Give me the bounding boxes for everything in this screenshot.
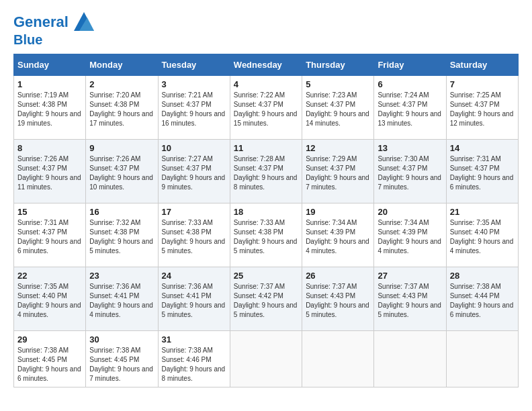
calendar-cell: 10 Sunrise: 7:27 AM Sunset: 4:37 PM Dayl… xyxy=(158,140,230,203)
calendar-cell: 9 Sunrise: 7:26 AM Sunset: 4:37 PM Dayli… xyxy=(86,140,158,203)
logo-text: General xyxy=(13,13,94,32)
day-number: 10 xyxy=(162,143,226,153)
day-number: 13 xyxy=(378,143,442,153)
calendar-cell: 27 Sunrise: 7:37 AM Sunset: 4:43 PM Dayl… xyxy=(374,267,446,331)
calendar-cell xyxy=(446,331,518,387)
day-number: 4 xyxy=(234,79,298,89)
day-number: 17 xyxy=(162,207,226,217)
calendar-cell xyxy=(230,331,302,387)
calendar-cell: 30 Sunrise: 7:38 AM Sunset: 4:45 PM Dayl… xyxy=(86,331,158,387)
calendar-cell: 28 Sunrise: 7:38 AM Sunset: 4:44 PM Dayl… xyxy=(446,267,518,331)
day-number: 21 xyxy=(450,207,515,217)
day-number: 7 xyxy=(450,79,515,89)
day-info: Sunrise: 7:33 AM Sunset: 4:38 PM Dayligh… xyxy=(234,218,298,256)
day-info: Sunrise: 7:21 AM Sunset: 4:37 PM Dayligh… xyxy=(162,91,226,128)
day-number: 1 xyxy=(17,79,82,89)
day-number: 22 xyxy=(17,271,82,281)
day-info: Sunrise: 7:36 AM Sunset: 4:41 PM Dayligh… xyxy=(162,282,226,320)
day-info: Sunrise: 7:38 AM Sunset: 4:45 PM Dayligh… xyxy=(17,346,82,383)
calendar-week-4: 22 Sunrise: 7:35 AM Sunset: 4:40 PM Dayl… xyxy=(14,267,519,331)
day-info: Sunrise: 7:31 AM Sunset: 4:37 PM Dayligh… xyxy=(450,154,515,192)
calendar-cell: 31 Sunrise: 7:38 AM Sunset: 4:46 PM Dayl… xyxy=(158,331,230,387)
day-number: 30 xyxy=(89,334,154,345)
day-info: Sunrise: 7:36 AM Sunset: 4:41 PM Dayligh… xyxy=(89,282,154,320)
day-number: 18 xyxy=(234,207,298,217)
day-number: 28 xyxy=(450,271,515,281)
col-header-thursday: Thursday xyxy=(302,54,374,76)
calendar-cell: 21 Sunrise: 7:35 AM Sunset: 4:40 PM Dayl… xyxy=(446,203,518,267)
day-info: Sunrise: 7:37 AM Sunset: 4:43 PM Dayligh… xyxy=(378,282,442,320)
day-info: Sunrise: 7:26 AM Sunset: 4:37 PM Dayligh… xyxy=(89,154,154,192)
day-info: Sunrise: 7:22 AM Sunset: 4:37 PM Dayligh… xyxy=(234,91,298,128)
calendar-cell: 26 Sunrise: 7:37 AM Sunset: 4:43 PM Dayl… xyxy=(302,267,374,331)
calendar-cell: 15 Sunrise: 7:31 AM Sunset: 4:37 PM Dayl… xyxy=(14,203,86,267)
day-info: Sunrise: 7:35 AM Sunset: 4:40 PM Dayligh… xyxy=(450,218,515,256)
calendar-cell xyxy=(374,331,446,387)
day-number: 20 xyxy=(378,207,442,217)
day-info: Sunrise: 7:38 AM Sunset: 4:44 PM Dayligh… xyxy=(450,282,515,320)
day-info: Sunrise: 7:38 AM Sunset: 4:46 PM Dayligh… xyxy=(162,346,226,383)
calendar-cell: 22 Sunrise: 7:35 AM Sunset: 4:40 PM Dayl… xyxy=(14,267,86,331)
logo: General Blue xyxy=(13,13,94,47)
calendar-week-5: 29 Sunrise: 7:38 AM Sunset: 4:45 PM Dayl… xyxy=(14,331,519,387)
calendar-table: SundayMondayTuesdayWednesdayThursdayFrid… xyxy=(13,54,519,387)
calendar-cell: 11 Sunrise: 7:28 AM Sunset: 4:37 PM Dayl… xyxy=(230,140,302,203)
calendar-week-2: 8 Sunrise: 7:26 AM Sunset: 4:37 PM Dayli… xyxy=(14,140,519,203)
day-info: Sunrise: 7:27 AM Sunset: 4:37 PM Dayligh… xyxy=(162,154,226,192)
calendar-cell: 7 Sunrise: 7:25 AM Sunset: 4:37 PM Dayli… xyxy=(446,76,518,140)
calendar-cell: 19 Sunrise: 7:34 AM Sunset: 4:39 PM Dayl… xyxy=(302,203,374,267)
calendar-week-1: 1 Sunrise: 7:19 AM Sunset: 4:38 PM Dayli… xyxy=(14,76,519,140)
day-number: 19 xyxy=(306,207,370,217)
calendar-cell: 25 Sunrise: 7:37 AM Sunset: 4:42 PM Dayl… xyxy=(230,267,302,331)
calendar-cell: 29 Sunrise: 7:38 AM Sunset: 4:45 PM Dayl… xyxy=(14,331,86,387)
calendar-cell: 3 Sunrise: 7:21 AM Sunset: 4:37 PM Dayli… xyxy=(158,76,230,140)
col-header-saturday: Saturday xyxy=(446,54,518,76)
day-number: 6 xyxy=(378,79,442,89)
day-number: 16 xyxy=(89,207,154,217)
day-info: Sunrise: 7:31 AM Sunset: 4:37 PM Dayligh… xyxy=(17,218,82,256)
calendar-cell: 16 Sunrise: 7:32 AM Sunset: 4:38 PM Dayl… xyxy=(86,203,158,267)
calendar-week-3: 15 Sunrise: 7:31 AM Sunset: 4:37 PM Dayl… xyxy=(14,203,519,267)
calendar-cell: 13 Sunrise: 7:30 AM Sunset: 4:37 PM Dayl… xyxy=(374,140,446,203)
day-info: Sunrise: 7:37 AM Sunset: 4:43 PM Dayligh… xyxy=(306,282,370,320)
day-info: Sunrise: 7:38 AM Sunset: 4:45 PM Dayligh… xyxy=(89,346,154,383)
day-number: 23 xyxy=(89,271,154,281)
logo-blue: Blue xyxy=(13,32,94,47)
day-number: 2 xyxy=(89,79,154,89)
day-number: 14 xyxy=(450,143,515,153)
calendar-cell: 20 Sunrise: 7:34 AM Sunset: 4:39 PM Dayl… xyxy=(374,203,446,267)
calendar-cell xyxy=(302,331,374,387)
calendar-cell: 8 Sunrise: 7:26 AM Sunset: 4:37 PM Dayli… xyxy=(14,140,86,203)
calendar-cell: 24 Sunrise: 7:36 AM Sunset: 4:41 PM Dayl… xyxy=(158,267,230,331)
page-header: General Blue xyxy=(13,13,519,47)
day-info: Sunrise: 7:20 AM Sunset: 4:38 PM Dayligh… xyxy=(89,91,154,128)
calendar-cell: 18 Sunrise: 7:33 AM Sunset: 4:38 PM Dayl… xyxy=(230,203,302,267)
col-header-sunday: Sunday xyxy=(14,54,86,76)
calendar-cell: 12 Sunrise: 7:29 AM Sunset: 4:37 PM Dayl… xyxy=(302,140,374,203)
day-number: 9 xyxy=(89,143,154,153)
calendar-cell: 23 Sunrise: 7:36 AM Sunset: 4:41 PM Dayl… xyxy=(86,267,158,331)
day-number: 29 xyxy=(17,334,82,345)
day-number: 24 xyxy=(162,271,226,281)
day-info: Sunrise: 7:35 AM Sunset: 4:40 PM Dayligh… xyxy=(17,282,82,320)
day-info: Sunrise: 7:23 AM Sunset: 4:37 PM Dayligh… xyxy=(306,91,370,128)
day-info: Sunrise: 7:33 AM Sunset: 4:38 PM Dayligh… xyxy=(162,218,226,256)
calendar-cell: 5 Sunrise: 7:23 AM Sunset: 4:37 PM Dayli… xyxy=(302,76,374,140)
day-number: 8 xyxy=(17,143,82,153)
calendar-cell: 6 Sunrise: 7:24 AM Sunset: 4:37 PM Dayli… xyxy=(374,76,446,140)
day-number: 12 xyxy=(306,143,370,153)
day-info: Sunrise: 7:34 AM Sunset: 4:39 PM Dayligh… xyxy=(306,218,370,256)
day-number: 11 xyxy=(234,143,298,153)
col-header-friday: Friday xyxy=(374,54,446,76)
day-info: Sunrise: 7:37 AM Sunset: 4:42 PM Dayligh… xyxy=(234,282,298,320)
day-number: 27 xyxy=(378,271,442,281)
day-info: Sunrise: 7:32 AM Sunset: 4:38 PM Dayligh… xyxy=(89,218,154,256)
day-info: Sunrise: 7:19 AM Sunset: 4:38 PM Dayligh… xyxy=(17,91,82,128)
day-info: Sunrise: 7:30 AM Sunset: 4:37 PM Dayligh… xyxy=(378,154,442,192)
day-info: Sunrise: 7:29 AM Sunset: 4:37 PM Dayligh… xyxy=(306,154,370,192)
day-number: 31 xyxy=(162,334,226,345)
day-number: 26 xyxy=(306,271,370,281)
calendar-cell: 17 Sunrise: 7:33 AM Sunset: 4:38 PM Dayl… xyxy=(158,203,230,267)
col-header-monday: Monday xyxy=(86,54,158,76)
day-number: 3 xyxy=(162,79,226,89)
